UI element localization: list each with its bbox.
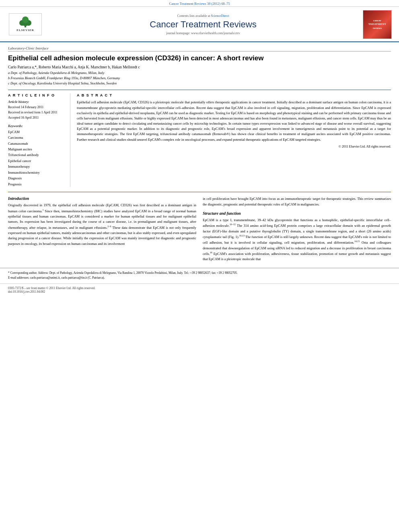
body-right-col: in cell proliferation have brought EpCAM… — [203, 196, 391, 262]
keyword-0: EpCAM — [8, 129, 66, 135]
article-info-header: A R T I C L E I N F O — [8, 93, 66, 97]
elsevier-logo-box: ELSEVIER — [9, 13, 42, 35]
keyword-3: Malignant ascites — [8, 146, 66, 152]
svg-point-4 — [22, 16, 29, 23]
journal-main-title: Cancer Treatment Reviews — [47, 19, 359, 30]
affiliation-b: b Fresenius Biotech GmbH, Frankfurter Ri… — [8, 76, 391, 81]
elsevier-text: ELSEVIER — [16, 29, 34, 32]
affiliation-c: c Dept. of Oncology, Karolinska Universi… — [8, 81, 391, 86]
journal-top-bar: Cancer Treatment Reviews 38 (2012) 68–75 — [0, 0, 399, 7]
journal-citation: Cancer Treatment Reviews 38 (2012) 68–75 — [169, 2, 230, 6]
structure-text: EpCAM is a type I, transmembrane, 39–42 … — [203, 218, 391, 262]
journal-header: ELSEVIER Contents lists available at Sci… — [0, 7, 399, 42]
keyword-9: Prognosis — [8, 181, 66, 187]
elsevier-logo-area: ELSEVIER — [7, 13, 43, 36]
received-date: Received 14 February 2011 — [8, 105, 66, 110]
keyword-5: Epithelial cancer — [8, 158, 66, 164]
copyright-line: © 2011 Elsevier Ltd. All rights reserved… — [77, 145, 391, 148]
keyword-6: Immunotherapy — [8, 164, 66, 169]
article-history: Article history: Received 14 February 20… — [8, 100, 66, 120]
page-wrapper: Cancer Treatment Reviews 38 (2012) 68–75… — [0, 0, 399, 296]
accepted-date: Accepted 16 April 2011 — [8, 115, 66, 121]
keyword-7: Immunohistochemistry — [8, 170, 66, 175]
abstract-header: A B S T R A C T — [77, 93, 391, 97]
keywords-label: Keywords: — [8, 124, 66, 128]
journal-cover-image: cancer TREATMENT reviews — [363, 10, 392, 39]
keyword-8: Diagnosis — [8, 175, 66, 181]
intro-title: Introduction — [8, 196, 196, 201]
journal-title-center: Contents lists available at ScienceDirec… — [47, 14, 359, 35]
keywords-section: Keywords: EpCAM Carcinoma Catumaxomab Ma… — [8, 124, 66, 187]
article-info-col: A R T I C L E I N F O Article history: R… — [8, 93, 70, 187]
body-left-col: Introduction Originally discovered in 19… — [8, 196, 196, 262]
journal-homepage: journal homepage: www.elsevierhealth.com… — [47, 31, 359, 35]
doi-line: doi:10.1016/j.ctrv.2011.04.002 — [8, 290, 391, 294]
article-info-abstract-cols: A R T I C L E I N F O Article history: R… — [8, 90, 391, 187]
article-title: Epithelial cell adhesion molecule expres… — [8, 54, 391, 63]
contents-line: Contents lists available at ScienceDirec… — [47, 14, 359, 18]
footer-bar: 0305-7372/$ – see front matter © 2011 El… — [0, 283, 399, 296]
issn-line: 0305-7372/$ – see front matter © 2011 El… — [8, 286, 391, 290]
section-label: Laboratory-Clinic Interface — [8, 46, 391, 51]
email-footnote: E-mail addresses: carlo.patriarca@unimi.… — [8, 275, 391, 280]
intro-right-text: in cell proliferation have brought EpCAM… — [203, 196, 391, 207]
sciencedirect-link[interactable]: ScienceDirect — [211, 14, 229, 18]
keyword-1: Carcinoma — [8, 135, 66, 140]
authors-line: Carlo Patriarca a,*, Roberto Maria Macch… — [8, 65, 391, 69]
history-label: Article history: — [8, 100, 66, 104]
keyword-4: Trifunctional antibody — [8, 152, 66, 158]
article-section: Laboratory-Clinic Interface Epithelial c… — [0, 42, 399, 187]
intro-text: Originally discovered in 1979, the epith… — [8, 203, 196, 246]
corresponding-footnote: * Corresponding author. Address: Dept. o… — [8, 271, 391, 275]
abstract-col: A B S T R A C T Epithelial cell adhesion… — [77, 93, 391, 187]
elsevier-tree-icon — [18, 16, 33, 28]
affiliations: a Dept. of Pathology, Azienda Ospedalier… — [8, 70, 391, 86]
keyword-2: Catumaxomab — [8, 141, 66, 146]
structure-title: Structure and function — [203, 211, 391, 216]
footnotes-area: * Corresponding author. Address: Dept. o… — [0, 268, 399, 280]
affiliation-a: a Dept. of Pathology, Azienda Ospedalier… — [8, 70, 391, 76]
body-content: Introduction Originally discovered in 19… — [0, 192, 399, 266]
revised-date: Received in revised form 1 April 2011 — [8, 110, 66, 115]
abstract-text: Epithelial cell adhesion molecule (EpCAM… — [77, 100, 391, 142]
